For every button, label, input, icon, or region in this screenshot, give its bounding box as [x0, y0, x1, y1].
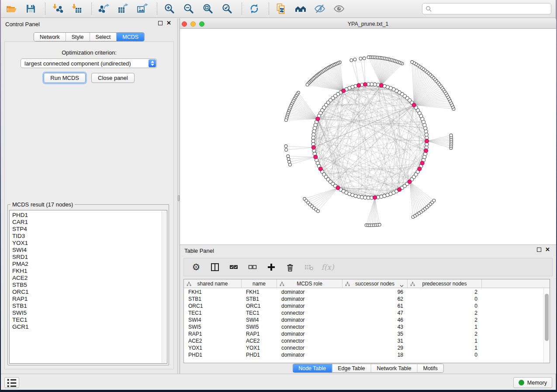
split-panel-icon[interactable]: [210, 262, 220, 272]
zoom-fit-icon[interactable]: [202, 3, 214, 15]
memory-status-icon: [519, 380, 524, 385]
table-cell: connector: [277, 323, 343, 330]
zoom-in-icon[interactable]: [163, 3, 175, 15]
delete-columns-icon[interactable]: [285, 262, 295, 272]
table-tab-node-table[interactable]: Node Table: [293, 364, 332, 372]
network-canvas[interactable]: [180, 29, 556, 244]
table-cell: RAP1: [242, 330, 277, 337]
mcds-result-list[interactable]: PHD1CAR1STP4TID3YOX1SWI4SRD1PMA2FKH1ACE2…: [9, 210, 167, 364]
main-toolbar: [1, 0, 556, 18]
toolbar-icon-strip: [5, 3, 352, 15]
search-input[interactable]: [432, 4, 551, 13]
optimization-criterion-select[interactable]: largest connected component (undirected): [21, 58, 157, 68]
table-row[interactable]: RAP1RAP1dominator352: [184, 330, 543, 337]
mcds-result-item[interactable]: STB5: [12, 282, 167, 289]
unselect-all-columns-icon[interactable]: [247, 262, 258, 272]
mcds-result-item[interactable]: TEC1: [12, 316, 167, 323]
table-row[interactable]: PHD1PHD1dominator180: [184, 351, 543, 358]
hide-graphics-details-icon[interactable]: [314, 3, 325, 15]
mcds-result-item[interactable]: CAR1: [12, 219, 167, 226]
table-row[interactable]: ACE2ACE2connector311: [184, 337, 543, 344]
import-table-icon[interactable]: [71, 3, 83, 15]
mcds-result-item[interactable]: RAP1: [12, 296, 167, 303]
table-cell: YOX1: [184, 344, 242, 351]
select-all-columns-icon[interactable]: [228, 262, 239, 272]
table-scrollbar-thumb[interactable]: [545, 294, 549, 341]
table-cell: 46: [343, 316, 408, 323]
run-mcds-button[interactable]: Run MCDS: [44, 73, 86, 83]
mcds-result-item[interactable]: YOX1: [12, 240, 167, 247]
toolbar-separator: [242, 3, 242, 15]
optimization-criterion-value: largest connected component (undirected): [24, 60, 131, 67]
mcds-result-item[interactable]: SWI5: [12, 309, 167, 316]
splitter-grip[interactable]: [178, 195, 180, 201]
table-body: FKH1FKH1dominator962STB1STB1dominator620…: [184, 289, 543, 363]
column-header-name[interactable]: name: [242, 279, 277, 288]
network-overview-icon[interactable]: [294, 3, 306, 15]
mcds-result-item[interactable]: TID3: [12, 233, 167, 240]
mcds-result-item[interactable]: PHD1: [12, 212, 167, 219]
table-cell: 18: [343, 351, 408, 358]
add-column-icon[interactable]: [266, 262, 277, 272]
table-tab-motifs[interactable]: Motifs: [417, 364, 443, 372]
mcds-result-item[interactable]: ORC1: [12, 289, 167, 296]
column-header-shared-name[interactable]: shared name: [184, 279, 242, 288]
mcds-result-item[interactable]: PMA2: [12, 261, 167, 268]
table-cell: 96: [343, 289, 408, 296]
mcds-result-item[interactable]: STP4: [12, 226, 167, 233]
table-cell: YOX1: [242, 344, 277, 351]
zoom-out-icon[interactable]: [183, 3, 194, 15]
function-builder-icon: f(x): [322, 262, 333, 272]
table-cell: 1: [408, 337, 482, 344]
tab-select[interactable]: Select: [90, 33, 117, 41]
close-panel-icon[interactable]: ✕: [166, 21, 171, 25]
table-scrollbar[interactable]: [543, 289, 550, 363]
mcds-result-item[interactable]: SRD1: [12, 254, 167, 261]
application-window: Control Panel ✕ NetworkStyleSelectMCDS O…: [1, 0, 556, 390]
tab-network[interactable]: Network: [34, 33, 66, 41]
column-header-predecessor-nodes[interactable]: predecessor nodes: [408, 279, 482, 288]
mcds-list-scrollbar[interactable]: [162, 211, 166, 363]
toolbar-separator: [91, 3, 92, 15]
mcds-result-item[interactable]: FKH1: [12, 268, 167, 275]
show-graphics-details-icon[interactable]: [333, 3, 345, 15]
close-panel-button[interactable]: Close panel: [91, 73, 135, 83]
table-row[interactable]: STB1STB1dominator620: [184, 296, 543, 303]
mcds-result-item[interactable]: SWI4: [12, 247, 167, 254]
table-row[interactable]: SWI4SWI4dominator462: [184, 316, 543, 323]
mcds-result-item[interactable]: GCR1: [12, 323, 167, 330]
export-network-icon[interactable]: [98, 3, 110, 15]
table-cell: ORC1: [242, 303, 277, 309]
table-row[interactable]: SWI5SWI5connector431: [184, 323, 543, 330]
task-history-button[interactable]: [4, 377, 19, 388]
tab-mcds[interactable]: MCDS: [117, 33, 144, 41]
zoom-selected-icon[interactable]: [221, 3, 233, 15]
table-cell: 47: [343, 309, 408, 316]
column-header-MCDS-role[interactable]: MCDS role: [277, 279, 343, 288]
search-box[interactable]: [422, 3, 551, 14]
mcds-result-item[interactable]: ACE2: [12, 275, 167, 282]
table-row[interactable]: ORC1ORC1dominator610: [184, 303, 543, 309]
save-session-icon[interactable]: [24, 3, 36, 15]
column-header-successor-nodes[interactable]: successor nodes: [343, 279, 408, 288]
tab-style[interactable]: Style: [66, 33, 90, 41]
float-panel-icon[interactable]: [158, 21, 163, 25]
close-table-panel-icon[interactable]: ✕: [545, 248, 550, 252]
copy-network-icon[interactable]: [275, 3, 287, 15]
table-settings-icon[interactable]: ⚙: [191, 262, 201, 272]
export-image-icon[interactable]: [136, 3, 148, 15]
memory-button[interactable]: Memory: [513, 377, 552, 388]
export-table-icon[interactable]: [117, 3, 129, 15]
table-row[interactable]: YOX1YOX1connector291: [184, 344, 543, 351]
import-network-icon[interactable]: [52, 3, 63, 15]
table-row[interactable]: TEC1TEC1connector472: [184, 309, 543, 316]
open-file-icon[interactable]: [5, 3, 17, 15]
mcds-result-item[interactable]: STB1: [12, 303, 167, 309]
table-cell: 2: [408, 330, 482, 337]
float-table-panel-icon[interactable]: [537, 248, 541, 252]
table-row[interactable]: FKH1FKH1dominator962: [184, 289, 543, 296]
table-tab-edge-table[interactable]: Edge Table: [332, 364, 371, 372]
refresh-view-icon[interactable]: [248, 3, 260, 15]
table-tab-network-table[interactable]: Network Table: [371, 364, 418, 372]
table-cell: 29: [343, 344, 408, 351]
